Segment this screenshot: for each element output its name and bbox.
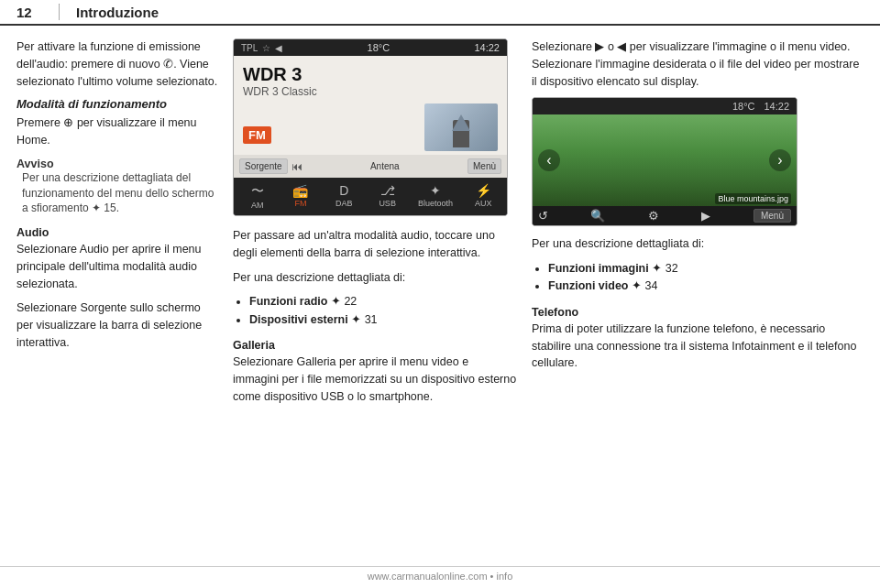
video-prev-arrow[interactable]: ‹ [538,149,560,171]
para-desc: Per una descrizione dettagliata di: [233,269,517,287]
bullet2-text-1: Funzioni video [548,279,629,292]
back-icon: ◀ [275,43,282,53]
audio-para2: Selezionare Sorgente sullo schermo per v… [16,299,218,351]
bullet2-ref-1: ✦ 34 [632,279,657,292]
menu-btn[interactable]: Menù [468,158,501,174]
car-screen: TPL ☆ ◀ 18°C 14:22 WDR 3 WDR 3 Classic F… [233,38,508,216]
star-icon: ☆ [262,43,270,53]
avviso-text: Per una descrizione dettagliata del funz… [16,170,218,216]
mode-bluetooth[interactable]: ✦ Bluetooth [414,181,456,212]
para-modalita: Premere ⊕ per visualizzare il menu Home. [16,114,218,149]
col-right: Selezionare ▶ o ◀ per visualizzare l'imm… [532,38,864,557]
screen-left-area: FM [243,126,271,151]
mid-bullet-list: Funzioni radio ✦ 22 Dispositivi esterni … [233,293,517,329]
mode-dab[interactable]: D DAB [327,181,360,212]
mode-fm[interactable]: 📻 FM [284,181,317,212]
col-mid: TPL ☆ ◀ 18°C 14:22 WDR 3 WDR 3 Classic F… [233,38,517,557]
am-icon: 〜 [251,183,264,200]
audio-label: Audio [16,226,49,239]
video-screen-topbar: 18°C 14:22 [533,98,797,114]
bullet2-ref-0: ✦ 32 [652,262,677,275]
galleria-block: Galleria Selezionare Galleria per aprire… [233,338,517,405]
avviso-block: Avviso Per una descrizione dettagliata d… [16,157,218,216]
right-bullet-list: Funzioni immagini ✦ 32 Funzioni video ✦ … [532,260,864,296]
telefono-block: Telefono Prima di poter utilizzare la fu… [532,305,864,372]
usb-label: USB [379,199,396,208]
page-title: Introduzione [76,5,159,20]
telefono-text: Prima di poter utilizzare la funzione te… [532,321,864,372]
galleria-text: Selezionare Galleria per aprire il menu … [233,354,517,405]
right-para-top: Selezionare ▶ o ◀ per visualizzare l'imm… [532,38,864,90]
bullet-text-0: Funzioni radio [249,295,327,308]
fm-icon: 📻 [292,183,308,198]
screen-topbar-icons: TPL ☆ ◀ [241,43,282,53]
list-item: Funzioni radio ✦ 22 [249,293,517,310]
screen-source-bar: Sorgente ⏮ Antena Menù [234,155,507,178]
bt-icon: ✦ [430,183,441,198]
audio-para1: Selezionare Audio per aprire il menu pri… [16,241,218,292]
heading-modalita: Modalità di funzionamento [16,97,218,111]
content-area: Per attivare la funzione di emis­sione d… [0,26,880,566]
video-temp: 18°C [732,101,755,112]
bullet-ref-1: ✦ 31 [351,313,377,326]
aux-label: AUX [475,199,492,208]
bullet-text-1: Dispositivi esterni [249,313,348,326]
right-para-desc2: Per una descrizione dettagliata di: [532,235,864,253]
tpl-icon: TPL [241,43,258,53]
screen-topbar: TPL ☆ ◀ 18°C 14:22 [234,39,507,56]
screen-main: WDR 3 WDR 3 Classic FM [234,56,507,155]
video-bottom-bar: ↺ 🔍 ⚙ ▶ Menù [533,206,797,225]
video-next-arrow[interactable]: › [769,149,791,171]
fm-label: FM [294,199,306,208]
prev-btn[interactable]: ⏮ [292,160,302,173]
header-bar: 12 Introduzione [0,0,880,26]
source-btn[interactable]: Sorgente [239,158,288,174]
fm-badge: FM [243,126,271,144]
wdr-title: WDR 3 [243,63,498,85]
screen-time: 14:22 [474,42,500,53]
page-container: 12 Introduzione Per attivare la funzione… [0,0,880,588]
screen-bottom-bar: 〜 AM 📻 FM D DAB ⎇ USB [234,178,507,215]
mode-usb[interactable]: ⎇ USB [371,181,404,212]
dab-label: DAB [336,199,353,208]
car-screen-video: 18°C 14:22 ‹ › Blue mountains.jpg ↺ 🔍 ⚙ … [532,97,798,226]
screen-radio-area: FM [243,103,498,151]
galleria-label: Galleria [233,339,275,352]
ctrl-play[interactable]: ▶ [701,209,710,223]
wdr-sub: WDR 3 Classic [243,85,498,98]
footer-url: www.carmanualonline.com • info [368,571,513,582]
screen-temp: 18°C [368,42,390,53]
left-para1: Per attivare la funzione di emis­sione d… [16,38,218,90]
list-item: Funzioni video ✦ 34 [548,278,864,295]
audio-block: Audio Selezionare Audio per aprire il me… [16,225,218,352]
bullet2-text-0: Funzioni immagini [548,262,649,275]
usb-icon: ⎇ [380,183,395,198]
ctrl-zoom[interactable]: 🔍 [590,209,605,223]
avviso-label: Avviso [16,158,54,170]
mode-am[interactable]: 〜 AM [241,181,274,212]
para-pass: Per passare ad un'altra modalità audio, … [233,227,517,262]
video-time: 14:22 [764,101,789,112]
list-item: Funzioni immagini ✦ 32 [548,260,864,278]
mode-aux[interactable]: ⚡ AUX [467,181,500,212]
ctrl-rewind[interactable]: ↺ [538,209,548,223]
ctrl-settings[interactable]: ⚙ [648,209,659,223]
page-number: 12 [16,5,50,20]
radio-tower-img [424,103,498,151]
antenna-label: Antena [306,161,464,171]
list-item: Dispositivi esterni ✦ 31 [249,311,517,329]
video-main-area: ‹ › Blue mountains.jpg [533,114,797,206]
bt-label: Bluetooth [418,199,453,208]
bullet-ref-0: ✦ 22 [331,295,357,308]
aux-icon: ⚡ [476,183,491,198]
video-menu-btn[interactable]: Menù [754,209,791,223]
dab-icon: D [339,183,348,198]
footer-bar: www.carmanualonline.com • info [0,566,880,585]
col-left: Per attivare la funzione di emis­sione d… [16,38,218,557]
video-filename: Blue mountains.jpg [715,193,791,204]
am-label: AM [251,201,264,210]
telefono-label: Telefono [532,306,578,319]
